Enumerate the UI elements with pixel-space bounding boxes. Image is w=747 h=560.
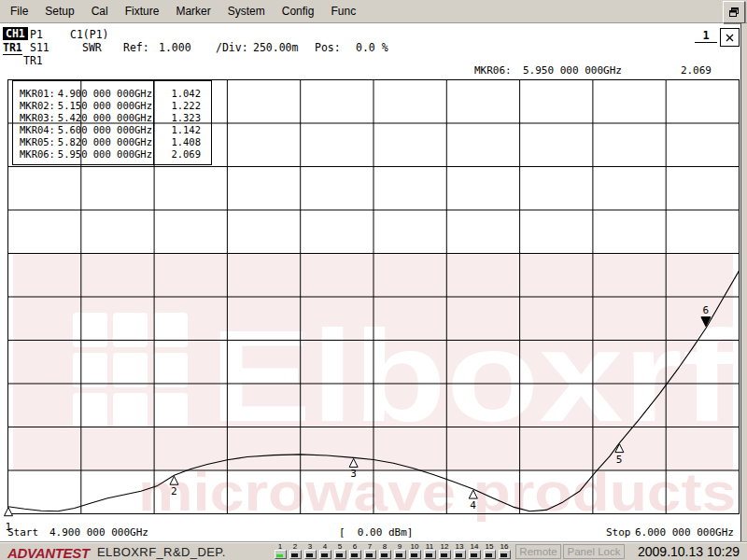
watermark-logo-block xyxy=(113,353,148,387)
menu-item-cal[interactable]: Cal xyxy=(88,4,112,19)
channel-led xyxy=(319,550,331,559)
channel-indicator-7: 7 xyxy=(362,542,377,559)
marker-4-label: MKR04: xyxy=(13,124,57,136)
channel-number: 1 xyxy=(273,542,288,550)
marker-3-label: MKR03: xyxy=(13,112,57,124)
channel-indicator-10: 10 xyxy=(407,542,422,559)
channel-led xyxy=(484,550,496,559)
active-marker-value: 2.069 xyxy=(672,64,712,77)
marker-table-row: MKR05:5.820 000 000GHz1.408 xyxy=(13,136,211,148)
watermark-logo-block xyxy=(113,313,148,347)
watermark-logo-block xyxy=(153,393,188,427)
marker-symbol-open-up xyxy=(5,508,13,516)
remote-indicator[interactable]: Remote xyxy=(515,544,561,559)
channel-number: 11 xyxy=(422,542,437,550)
menu-item-func[interactable]: Func xyxy=(327,4,359,19)
marker-table-row: MKR03:5.420 000 000GHz1.323 xyxy=(13,112,211,124)
marker-number: 5 xyxy=(616,454,623,466)
watermark-logo-block xyxy=(113,393,148,427)
menu-item-fixture[interactable]: Fixture xyxy=(121,4,163,19)
channel-indicator-9: 9 xyxy=(392,542,407,559)
channel-indicator-3: 3 xyxy=(303,542,317,559)
marker-5-label: MKR05: xyxy=(13,136,57,148)
watermark-logo-block xyxy=(73,313,107,347)
marker-table-row: MKR02:5.150 000 000GHz1.222 xyxy=(13,100,211,112)
system-title: ELBOXRF_R&D_DEP. xyxy=(97,545,226,559)
marker-table-row: MKR06:5.950 000 000GHz2.069 xyxy=(13,148,211,161)
restore-window-button[interactable] xyxy=(723,1,745,23)
menu-item-system[interactable]: System xyxy=(224,4,269,19)
channel-indicators: 12345678910111213141516 xyxy=(273,542,512,559)
channel-led xyxy=(454,550,466,559)
cal-state-label: C1(P1) xyxy=(70,28,109,41)
ref-label: Ref: xyxy=(123,41,149,54)
channel-led xyxy=(349,550,361,559)
marker-table: MKR01:4.900 000 000GHz1.042MKR02:5.150 0… xyxy=(12,80,212,165)
channel-number: 5 xyxy=(332,542,347,550)
overlapping-windows-icon xyxy=(728,7,740,18)
marker-3-value: 1.323 xyxy=(153,112,201,124)
channel-led xyxy=(379,550,391,559)
port-label: P1 xyxy=(30,28,43,41)
parameter-label[interactable]: S11 xyxy=(30,41,49,54)
channel-led xyxy=(424,550,436,559)
menu-item-file[interactable]: File xyxy=(7,4,32,19)
watermark-logo-block xyxy=(73,393,107,427)
pos-value[interactable]: 0.0 % xyxy=(356,41,388,54)
close-button[interactable] xyxy=(720,28,740,47)
channel-number: 16 xyxy=(497,542,512,550)
menu-item-marker[interactable]: Marker xyxy=(172,4,214,19)
menu-bar: FileSetupCalFixtureMarkerSystemConfigFun… xyxy=(0,0,747,23)
channel-number: 13 xyxy=(452,542,467,550)
marker-number: 3 xyxy=(350,468,357,480)
channel-badge[interactable]: CH1 xyxy=(3,27,28,40)
div-label: /Div: xyxy=(216,41,248,54)
ref-value[interactable]: 1.000 xyxy=(159,41,191,54)
active-marker-freq: 5.950 000 000GHz xyxy=(523,64,622,77)
marker-1-label: MKR01: xyxy=(13,88,57,100)
marker-6-freq: 5.950 000 000GHz xyxy=(57,148,152,161)
stop-label: Stop xyxy=(606,526,631,539)
channel-number: 4 xyxy=(317,542,332,550)
close-icon xyxy=(724,32,736,44)
channel-number: 14 xyxy=(467,542,482,550)
menu-item-setup[interactable]: Setup xyxy=(41,4,78,19)
channel-led xyxy=(499,550,511,559)
status-bar: ADVANTEST ELBOXRF_R&D_DEP. 1234567891011… xyxy=(0,541,747,560)
channel-led xyxy=(469,550,481,559)
window-number: 1 xyxy=(695,29,717,43)
format-label[interactable]: SWR xyxy=(82,41,102,54)
channel-number: 3 xyxy=(303,542,317,550)
output-power: [ 0.00 dBm] xyxy=(339,526,413,539)
marker-4-value: 1.142 xyxy=(153,124,201,136)
marker-4-freq: 5.600 000 000GHz xyxy=(57,124,152,136)
channel-number: 6 xyxy=(347,542,362,550)
marker-6-value: 2.069 xyxy=(153,148,201,161)
marker-1-freq: 4.900 000 000GHz xyxy=(57,88,152,100)
start-label: Start xyxy=(7,526,38,539)
channel-indicator-6: 6 xyxy=(347,542,362,559)
trace-sub-label: TR1 xyxy=(23,54,43,67)
channel-led xyxy=(394,550,406,559)
marker-5-freq: 5.820 000 000GHz xyxy=(57,136,152,148)
pos-label: Pos: xyxy=(315,41,341,54)
channel-indicator-14: 14 xyxy=(467,542,482,559)
channel-indicator-12: 12 xyxy=(437,542,452,559)
channel-led xyxy=(364,550,376,559)
channel-indicator-16: 16 xyxy=(497,542,512,559)
channel-number: 2 xyxy=(288,542,303,550)
watermark-logo-block xyxy=(153,353,188,387)
analyzer-window: FileSetupCalFixtureMarkerSystemConfigFun… xyxy=(0,0,747,560)
channel-number: 7 xyxy=(362,542,377,550)
marker-2-freq: 5.150 000 000GHz xyxy=(57,100,152,112)
menu-item-config[interactable]: Config xyxy=(278,4,318,19)
marker-number: 2 xyxy=(171,485,177,497)
channel-number: 12 xyxy=(437,542,452,550)
panel-lock-indicator[interactable]: Panel Lock xyxy=(563,544,625,559)
stop-frequency: 6.000 000 000GHz xyxy=(635,526,734,539)
channel-led xyxy=(289,550,302,559)
div-value[interactable]: 250.00m xyxy=(253,41,298,54)
channel-indicator-4: 4 xyxy=(317,542,332,559)
trace-badge[interactable]: TR1 xyxy=(3,41,22,55)
marker-number: 6 xyxy=(702,304,709,316)
